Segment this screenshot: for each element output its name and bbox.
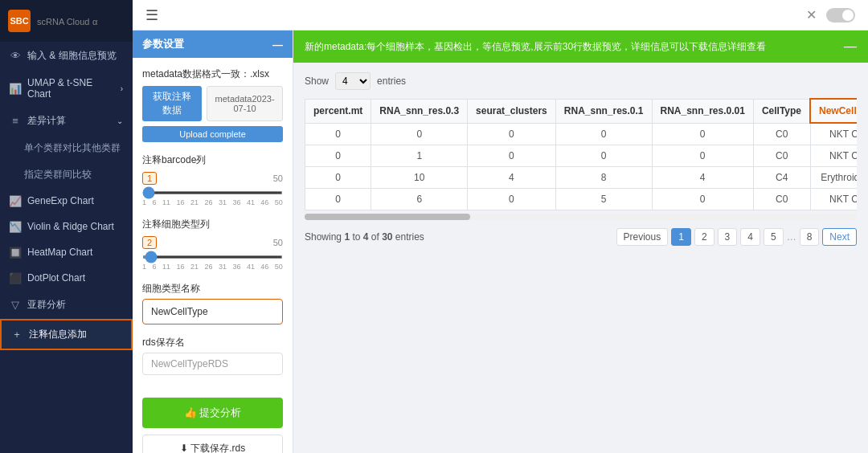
chart-icon: 📊 [10, 83, 21, 94]
violin-icon: 📉 [10, 221, 21, 232]
cell-new_celltype: NKT Cell [810, 123, 857, 145]
previous-button[interactable]: Previous [616, 228, 669, 246]
sidebar-item-label: HeatMap Chart [27, 247, 92, 258]
app-logo: SBC [8, 10, 31, 32]
table-scrollbar[interactable] [305, 214, 857, 220]
barcode-slider-max: 50 [273, 173, 283, 183]
table-row: 010484C4Erythroid cell [305, 167, 858, 189]
topbar: ☰ ✕ [133, 0, 868, 31]
col-percent-mt: percent.mt [305, 99, 371, 123]
cell-name-row: 细胞类型名称 [142, 282, 283, 324]
notice-collapse-icon[interactable]: — [844, 37, 857, 56]
table-row: 01000C0NKT Cell [305, 145, 858, 167]
cell-rna_snn_01: 5 [555, 189, 652, 210]
table-scroll-container[interactable]: percent.mt RNA_snn_res.0.3 seurat_cluste… [305, 98, 857, 210]
table-body: 00000C0NKT Cell01000C0NKT Cell010484C4Er… [305, 123, 858, 210]
celltype-col-slider-row: 2 50 [142, 236, 283, 249]
toggle-switch[interactable] [826, 8, 855, 22]
table-header-row: percent.mt RNA_snn_res.0.3 seurat_cluste… [305, 99, 858, 123]
page-8-button[interactable]: 8 [800, 228, 820, 246]
cell-rna_snn_001: 0 [652, 145, 753, 167]
show-label: Show [305, 76, 329, 87]
content-area: 参数设置 — metadata数据格式一致：.xlsx 获取注释数据 metad… [133, 31, 868, 453]
cell-celltype: C0 [753, 123, 810, 145]
cell-rna_snn_03: 1 [371, 145, 468, 167]
page-2-button[interactable]: 2 [694, 228, 714, 246]
barcode-slider-row: 1 50 [142, 172, 283, 185]
page-5-button[interactable]: 5 [764, 228, 784, 246]
sidebar-header: SBC scRNA Cloud α [0, 0, 133, 42]
sidebar-item-single-vs-others[interactable]: 单个类群对比其他类群 [0, 135, 133, 161]
cell-percent_mt: 0 [305, 189, 371, 210]
page-3-button[interactable]: 3 [718, 228, 738, 246]
celltype-col-max: 50 [273, 238, 283, 247]
sidebar-item-label: 注释信息添加 [29, 328, 87, 341]
page-1-button[interactable]: 1 [671, 228, 691, 246]
cell-rna_snn_001: 4 [652, 167, 753, 189]
sidebar-item-dotplot[interactable]: ⬛ DotPlot Chart [0, 265, 133, 291]
submit-button[interactable]: 👍 提交分析 [142, 398, 283, 428]
lineChart-icon: 📈 [10, 195, 21, 206]
hamburger-icon[interactable]: ☰ [145, 6, 158, 24]
next-button[interactable]: Next [822, 228, 857, 246]
cell-new_celltype: Erythroid cell [810, 167, 857, 189]
metadata-format-row: metadata数据格式一致：.xlsx 获取注释数据 metadata2023… [142, 67, 283, 142]
cell-celltype: C4 [753, 167, 810, 189]
pagination-controls: Previous 1 2 3 4 5 … 8 Next [616, 228, 858, 246]
cell-seurat_clusters: 4 [468, 167, 556, 189]
pagination-info: Showing 1 to 4 of 30 entries [305, 231, 424, 243]
fetch-annotation-button[interactable]: 获取注释数据 [142, 86, 202, 121]
close-icon[interactable]: ✕ [806, 7, 817, 22]
date-button[interactable]: metadata2023-07-10 [207, 86, 283, 121]
page-4-button[interactable]: 4 [740, 228, 760, 246]
barcode-row: 注释barcode列 1 50 16111621263136414650 [142, 153, 283, 206]
plus-icon: + [11, 329, 23, 341]
sidebar-item-diff-calc[interactable]: ≡ 差异计算 ⌄ [0, 107, 133, 135]
cell-rna_snn_03: 10 [371, 167, 468, 189]
notice-text: 新的metadata:每个细胞样本，基因检出，等信息预览,展示前30行数据预览，… [305, 39, 766, 54]
download-button[interactable]: ⬇ 下载保存.rds [142, 435, 283, 453]
entries-select[interactable]: 4 10 25 50 [335, 72, 371, 90]
sidebar-item-annotation-add[interactable]: + 注释信息添加 [0, 319, 133, 350]
sidebar-item-specified-compare[interactable]: 指定类群间比较 [0, 161, 133, 188]
chevron-right-icon: › [121, 84, 123, 93]
topbar-left[interactable]: ☰ [145, 6, 158, 24]
sidebar-item-violin-ridge[interactable]: 📉 Violin & Ridge Chart [0, 214, 133, 239]
sidebar-item-label: Violin & Ridge Chart [27, 221, 114, 232]
notice-bar: 新的metadata:每个细胞样本，基因检出，等信息预览,展示前30行数据预览，… [293, 31, 868, 63]
col-rna-snn-01: RNA_snn_res.0.1 [555, 99, 652, 123]
topbar-right: ✕ [806, 7, 855, 22]
panel-collapse-icon[interactable]: — [272, 39, 283, 51]
cell-rna_snn_03: 6 [371, 189, 468, 210]
celltype-col-slider[interactable] [142, 255, 283, 259]
barcode-slider-value: 1 [142, 172, 157, 185]
data-table: percent.mt RNA_snn_res.0.3 seurat_cluste… [305, 98, 857, 210]
celltype-col-row: 注释细胞类型列 2 50 16111621263136414650 [142, 218, 283, 271]
sidebar-item-label: GeneExp Chart [27, 195, 94, 206]
sidebar-item-input-preview[interactable]: 👁 输入 & 细胞信息预览 [0, 42, 133, 70]
cell-rna_snn_01: 0 [555, 145, 652, 167]
cell-name-input[interactable] [142, 299, 283, 324]
celltype-col-ticks: 16111621263136414650 [142, 263, 283, 271]
sidebar-item-umap-tsne[interactable]: 📊 UMAP & t-SNE Chart › [0, 70, 133, 107]
table-container: Show 4 10 25 50 entries percent.mt [293, 63, 868, 453]
sidebar-item-sub-group[interactable]: ▽ 亚群分析 [0, 291, 133, 319]
sidebar: SBC scRNA Cloud α 👁 输入 & 细胞信息预览 📊 UMAP &… [0, 0, 133, 453]
main-area: ☰ ✕ 参数设置 — metadata数据格式一致：.xlsx 获取注释数据 m… [133, 0, 868, 453]
heatmap-icon: 🔲 [10, 247, 21, 258]
cell-seurat_clusters: 0 [468, 189, 556, 210]
cell-new_celltype: NKT Cell [810, 145, 857, 167]
celltype-col-value: 2 [142, 236, 157, 249]
panel-body: metadata数据格式一致：.xlsx 获取注释数据 metadata2023… [133, 58, 293, 453]
rds-input[interactable] [142, 353, 283, 375]
cell-celltype: C0 [753, 145, 810, 167]
panel-title: 参数设置 [142, 37, 184, 51]
metadata-format-label: metadata数据格式一致：.xlsx [142, 67, 283, 81]
show-entries-row: Show 4 10 25 50 entries [305, 72, 857, 90]
pagination-dots: … [787, 231, 796, 243]
sidebar-item-geneexp[interactable]: 📈 GeneExp Chart [0, 188, 133, 214]
sidebar-item-label: 差异计算 [27, 114, 66, 128]
sidebar-item-heatmap[interactable]: 🔲 HeatMap Chart [0, 239, 133, 265]
col-seurat-clusters: seurat_clusters [468, 99, 556, 123]
barcode-slider[interactable] [142, 191, 283, 194]
